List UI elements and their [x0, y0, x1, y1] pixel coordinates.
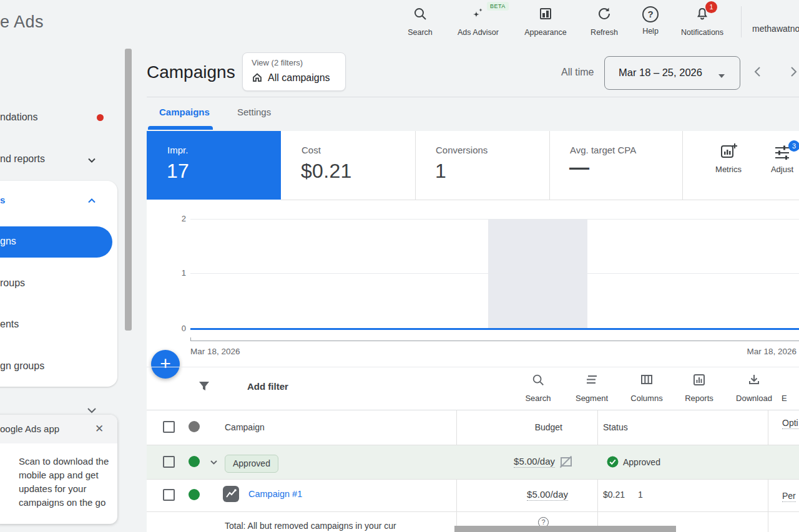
sidebar-item-recommendations[interactable]: ndations	[0, 112, 38, 123]
segment-label: Segment	[562, 394, 622, 403]
chart-series-line	[190, 328, 799, 330]
topbar-appearance-label: Appearance	[516, 28, 576, 37]
date-next-button[interactable]	[787, 64, 799, 82]
sidebar-item-contents[interactable]: ents	[0, 319, 19, 330]
chart-gridline-2	[190, 219, 799, 220]
scorecard-impressions-value: 17	[167, 160, 189, 183]
view-selector-label: View (2 filters)	[252, 58, 303, 67]
chart-xlabel-right: Mar 18, 2026	[724, 347, 797, 356]
search-icon	[531, 378, 545, 389]
campaign-optimization-value[interactable]: Per	[782, 491, 796, 502]
sidebar-item-campaign-groups[interactable]: gn groups	[0, 360, 44, 372]
columns-button[interactable]: Columns	[617, 373, 677, 403]
add-filter-button[interactable]: Add filter	[247, 381, 288, 392]
enabled-status-dot[interactable]	[189, 489, 200, 500]
summary-row-checkbox[interactable]	[163, 456, 175, 468]
scorecard-cost-value: $0.21	[301, 160, 352, 183]
topbar-search-button[interactable]: Search	[390, 6, 450, 37]
expand-button[interactable]: E	[782, 373, 799, 403]
app-promo-body: Scan to download the mobile app and get …	[19, 455, 114, 510]
select-all-checkbox[interactable]	[163, 421, 175, 433]
scorecard-conversions-label: Conversions	[436, 145, 488, 155]
campaign-name-link[interactable]: Campaign #1	[248, 489, 302, 499]
reports-icon	[692, 378, 706, 389]
topbar-appearance-button[interactable]: Appearance	[516, 6, 576, 37]
column-header-status[interactable]: Status	[603, 422, 628, 432]
add-campaign-fab[interactable]: +	[151, 350, 180, 379]
column-header-budget[interactable]: Budget	[456, 422, 562, 432]
campaign-budget-cell[interactable]: $5.00/day	[456, 489, 568, 500]
summary-budget-value: $5.00/day	[514, 456, 555, 468]
help-icon: ?	[642, 6, 659, 22]
column-header-optimization[interactable]: Opti	[782, 418, 798, 429]
table-search-label: Search	[508, 394, 568, 403]
scorecard-cost-label: Cost	[301, 145, 321, 155]
account-name[interactable]: methawatno	[752, 24, 799, 34]
date-prev-button[interactable]	[751, 64, 765, 82]
view-selector[interactable]: View (2 filters) All campaigns	[242, 52, 346, 91]
reports-button[interactable]: Reports	[669, 373, 729, 403]
sidebar-scrollbar[interactable]	[125, 49, 132, 331]
divider	[281, 200, 799, 200]
expand-label: E	[782, 394, 799, 403]
column-header-campaign[interactable]: Campaign	[225, 422, 265, 432]
sidebar-item-insights-reports[interactable]: nd reports	[0, 153, 45, 165]
chart-axis-line	[190, 341, 799, 341]
sparkle-icon	[471, 12, 486, 23]
adjust-icon	[773, 151, 791, 162]
chevron-up-icon[interactable]	[86, 195, 97, 209]
active-tab-indicator	[148, 126, 213, 130]
tab-campaigns[interactable]: Campaigns	[159, 107, 210, 117]
tab-settings[interactable]: Settings	[237, 107, 271, 117]
metrics-button[interactable]: Metrics	[705, 142, 752, 186]
segment-button[interactable]: Segment	[562, 373, 622, 403]
segment-icon	[585, 378, 599, 389]
metrics-label: Metrics	[705, 165, 752, 174]
chart-axis-tick	[190, 337, 191, 341]
status-filter-dot[interactable]	[189, 421, 200, 432]
topbar-search-label: Search	[390, 28, 450, 37]
refresh-icon	[597, 12, 612, 23]
topbar-help-button[interactable]: ? Help	[620, 6, 680, 36]
beta-badge: BETA	[487, 2, 509, 11]
sidebar-item-ad-groups[interactable]: roups	[0, 278, 25, 289]
chevron-down-icon[interactable]	[86, 155, 97, 168]
scorecard-conversions[interactable]: Conversions 1	[415, 131, 550, 200]
download-label: Download	[724, 394, 784, 403]
status-filter-chip[interactable]: Approved	[225, 455, 278, 473]
adjust-button[interactable]: Adjust 3	[760, 142, 799, 186]
chart-highlight-band	[488, 219, 587, 329]
sidebar-section-header[interactable]: s	[0, 195, 5, 205]
summary-budget-cell[interactable]: $5.00/day	[456, 456, 555, 467]
divider	[147, 97, 799, 97]
notification-badge: 1	[705, 1, 717, 13]
topbar-ads-advisor-label: Ads Advisor	[448, 28, 508, 37]
date-range-picker[interactable]: Mar 18 – 25, 2026	[604, 56, 740, 90]
scorecard-cost[interactable]: Cost $0.21	[281, 131, 416, 200]
home-icon	[252, 72, 263, 85]
campaign-conversions-value: 1	[638, 490, 643, 500]
columns-label: Columns	[617, 394, 677, 403]
sidebar-item-campaigns-active[interactable]: gns	[0, 226, 112, 258]
recommendations-alert-dot	[97, 114, 104, 121]
scorecard-impressions-label: Impr.	[167, 145, 188, 155]
scorecard-avg-target-cpa-label: Avg. target CPA	[570, 145, 636, 155]
campaign-row-checkbox[interactable]	[163, 489, 175, 501]
chart-ytick-2: 2	[169, 214, 186, 223]
table-horizontal-scrollbar[interactable]	[454, 526, 676, 532]
download-button[interactable]: Download	[724, 373, 784, 403]
page-title: Campaigns	[147, 62, 235, 82]
scorecard-avg-target-cpa[interactable]: Avg. target CPA —	[549, 131, 683, 200]
app-logo[interactable]: e Ads	[0, 12, 44, 32]
close-icon[interactable]: ✕	[95, 422, 104, 435]
chevron-down-icon[interactable]	[208, 457, 219, 470]
topbar-ads-advisor-button[interactable]: BETA Ads Advisor	[448, 6, 508, 37]
filter-icon[interactable]	[197, 379, 211, 395]
topbar-divider	[741, 6, 742, 37]
summary-status-value: Approved	[623, 457, 660, 467]
table-search-button[interactable]: Search	[508, 373, 568, 403]
topbar-notifications-button[interactable]: 1 Notifications	[672, 6, 732, 37]
campaign-budget-value: $5.00/day	[527, 489, 568, 501]
chart-ytick-1: 1	[169, 268, 186, 278]
scorecard-impressions[interactable]: Impr. 17	[147, 131, 281, 200]
